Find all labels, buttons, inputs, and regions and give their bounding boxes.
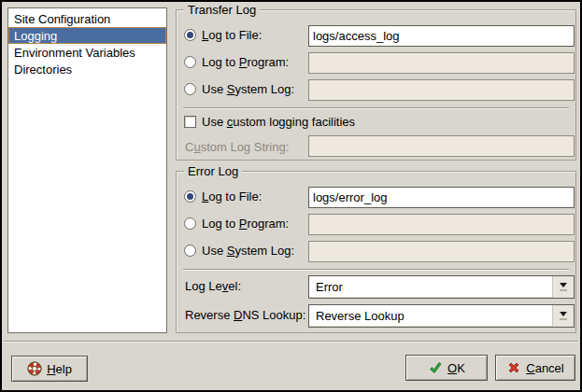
cancel-button-label: Cancel [526,361,563,375]
use-custom-logging-label: Use custom logging facilities [202,115,355,129]
transfer-log-to-file-radio[interactable]: Log to File: [184,28,305,44]
log-level-label: Log Level: [185,279,241,293]
error-log-to-file-radio[interactable]: Log to File: [184,189,305,205]
error-log-frame: Error Log Log to File: Log to Program: U… [176,171,576,333]
use-custom-logging-checkbox[interactable]: Use custom logging facilities [184,115,390,131]
custom-log-string-label: Custom Log String: [185,140,289,154]
separator [4,341,578,343]
sidebar-item-site-configuration[interactable]: Site Configuration [8,10,166,27]
radio-icon [184,190,196,203]
transfer-log-to-program-label: Log to Program: [202,55,289,69]
log-level-select[interactable]: Error [308,275,575,299]
ok-button[interactable]: OK [405,355,488,381]
chevron-down-icon [552,305,574,327]
cancel-button[interactable]: Cancel [495,355,575,381]
help-button-label: Help [47,362,72,376]
transfer-log-frame: Transfer Log Log to File: Log to Program… [176,9,576,161]
radio-icon [184,217,196,230]
error-use-system-log-radio[interactable]: Use System Log: [184,244,315,259]
reverse-dns-select[interactable]: Reverse Lookup [308,304,575,328]
error-log-program-input [308,214,575,235]
radio-icon [184,245,196,257]
x-icon [506,360,521,375]
transfer-log-file-input[interactable] [308,25,575,47]
sidebar-item-logging[interactable]: Logging [8,27,166,44]
error-log-to-program-radio[interactable]: Log to Program: [184,217,315,232]
chevron-down-icon [552,276,574,298]
radio-icon [184,56,196,68]
transfer-use-system-log-radio[interactable]: Use System Log: [184,82,315,98]
radio-icon [184,83,196,95]
reverse-dns-label: Reverse DNS Lookup: [185,308,305,322]
transfer-log-frame-title: Transfer Log [184,3,260,17]
error-system-log-input [308,241,575,262]
lifebuoy-icon [27,361,42,376]
separator [183,107,569,109]
config-category-list: Site Configuration Logging Environment V… [7,7,167,333]
custom-log-string-input [308,135,575,157]
logging-settings-dialog: Site Configuration Logging Environment V… [0,0,582,392]
checkbox-icon [184,116,196,128]
transfer-log-to-program-radio[interactable]: Log to Program: [184,55,315,71]
error-log-file-input[interactable] [308,187,575,208]
check-icon [428,360,443,375]
transfer-log-to-file-label: Log to File: [202,28,262,42]
radio-icon [184,29,196,41]
sidebar-item-environment-variables[interactable]: Environment Variables [8,44,166,61]
help-button[interactable]: Help [11,356,88,382]
error-log-to-file-label: Log to File: [202,189,262,203]
sidebar-item-directories[interactable]: Directories [8,61,166,77]
error-use-system-log-label: Use System Log: [202,244,294,258]
transfer-use-system-log-label: Use System Log: [202,82,294,96]
error-log-to-program-label: Log to Program: [202,217,289,231]
transfer-system-log-input [308,79,575,101]
separator [183,269,569,271]
log-level-value: Error [316,280,343,294]
transfer-log-program-input [308,52,575,74]
reverse-dns-value: Reverse Lookup [316,309,405,323]
error-log-frame-title: Error Log [184,164,242,178]
ok-button-label: OK [447,361,465,375]
